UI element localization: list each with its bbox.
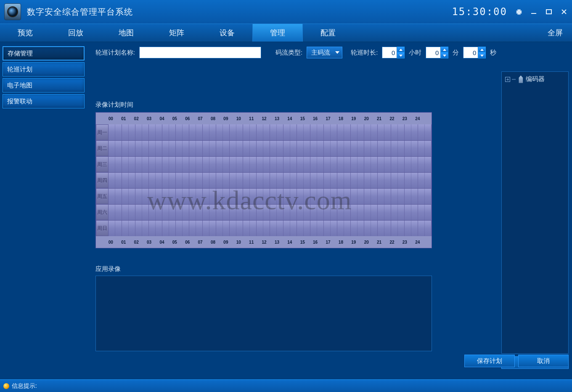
schedule-cell[interactable]: [364, 189, 378, 204]
schedule-cell[interactable]: [351, 189, 364, 204]
hours-input[interactable]: [382, 47, 397, 58]
seconds-spinner[interactable]: [463, 47, 486, 58]
schedule-cell[interactable]: [122, 221, 135, 236]
cancel-button[interactable]: 取消: [518, 355, 569, 367]
schedule-cell[interactable]: [310, 221, 324, 236]
schedule-cell[interactable]: [149, 221, 162, 236]
schedule-cell[interactable]: [135, 205, 149, 220]
close-button[interactable]: [560, 8, 568, 16]
schedule-cell[interactable]: [216, 173, 230, 188]
stream-type-dropdown[interactable]: 主码流: [307, 47, 342, 58]
schedule-cell[interactable]: [162, 189, 176, 204]
maximize-button[interactable]: [545, 8, 553, 16]
schedule-cell[interactable]: [257, 141, 270, 156]
schedule-row[interactable]: [109, 188, 432, 204]
minutes-down[interactable]: [441, 53, 448, 58]
schedule-cell[interactable]: [283, 205, 297, 220]
schedule-cell[interactable]: [324, 141, 337, 156]
schedule-cell[interactable]: [310, 173, 324, 188]
minimize-button[interactable]: [530, 8, 538, 16]
hours-spinner[interactable]: [382, 47, 405, 58]
sidebar-item-alarm[interactable]: 报警联动: [3, 94, 85, 108]
time-grid[interactable]: [109, 124, 432, 236]
schedule-cell[interactable]: [391, 141, 405, 156]
schedule-cell[interactable]: [351, 205, 364, 220]
schedule-cell[interactable]: [283, 173, 297, 188]
schedule-cell[interactable]: [310, 141, 324, 156]
schedule-cell[interactable]: [405, 189, 418, 204]
schedule-cell[interactable]: [243, 124, 257, 140]
schedule-cell[interactable]: [203, 221, 216, 236]
schedule-cell[interactable]: [364, 221, 378, 236]
schedule-cell[interactable]: [230, 141, 243, 156]
schedule-cell[interactable]: [230, 124, 243, 140]
schedule-cell[interactable]: [189, 173, 203, 188]
schedule-cell[interactable]: [135, 173, 149, 188]
schedule-cell[interactable]: [418, 141, 432, 156]
schedule-cell[interactable]: [270, 221, 283, 236]
schedule-cell[interactable]: [364, 141, 378, 156]
schedule-cell[interactable]: [337, 221, 351, 236]
schedule-cell[interactable]: [122, 124, 135, 140]
schedule-cell[interactable]: [405, 205, 418, 220]
schedule-cell[interactable]: [351, 141, 364, 156]
schedule-cell[interactable]: [149, 173, 162, 188]
schedule-cell[interactable]: [283, 124, 297, 140]
schedule-cell[interactable]: [203, 124, 216, 140]
schedule-cell[interactable]: [162, 157, 176, 172]
nav-config[interactable]: 配置: [303, 24, 353, 42]
schedule-cell[interactable]: [189, 205, 203, 220]
schedule-cell[interactable]: [283, 221, 297, 236]
schedule-cell[interactable]: [270, 124, 283, 140]
schedule-cell[interactable]: [310, 189, 324, 204]
schedule-cell[interactable]: [391, 173, 405, 188]
schedule-cell[interactable]: [418, 157, 432, 172]
schedule-row[interactable]: [109, 204, 432, 220]
schedule-cell[interactable]: [203, 157, 216, 172]
schedule-cell[interactable]: [176, 141, 189, 156]
schedule-cell[interactable]: [189, 141, 203, 156]
schedule-cell[interactable]: [216, 157, 230, 172]
schedule-cell[interactable]: [230, 189, 243, 204]
minutes-spinner[interactable]: [426, 47, 448, 58]
schedule-cell[interactable]: [297, 173, 310, 188]
nav-preview[interactable]: 预览: [0, 24, 50, 42]
schedule-cell[interactable]: [189, 157, 203, 172]
nav-matrix[interactable]: 矩阵: [151, 24, 202, 42]
schedule-cell[interactable]: [405, 124, 418, 140]
schedule-cell[interactable]: [324, 221, 337, 236]
schedule-cell[interactable]: [405, 173, 418, 188]
schedule-cell[interactable]: [337, 124, 351, 140]
schedule-cell[interactable]: [122, 189, 135, 204]
schedule-cell[interactable]: [364, 205, 378, 220]
schedule-cell[interactable]: [109, 189, 122, 204]
schedule-cell[interactable]: [351, 157, 364, 172]
schedule-cell[interactable]: [337, 205, 351, 220]
schedule-cell[interactable]: [162, 173, 176, 188]
hours-up[interactable]: [397, 47, 405, 53]
schedule-cell[interactable]: [405, 157, 418, 172]
schedule-cell[interactable]: [378, 173, 391, 188]
seconds-down[interactable]: [478, 53, 486, 58]
schedule-cell[interactable]: [162, 124, 176, 140]
schedule-cell[interactable]: [418, 205, 432, 220]
schedule-cell[interactable]: [176, 221, 189, 236]
nav-playback[interactable]: 回放: [50, 24, 101, 42]
schedule-cell[interactable]: [230, 157, 243, 172]
schedule-cell[interactable]: [270, 173, 283, 188]
schedule-cell[interactable]: [149, 124, 162, 140]
schedule-cell[interactable]: [283, 189, 297, 204]
schedule-row[interactable]: [109, 220, 432, 236]
settings-icon[interactable]: [515, 8, 522, 16]
schedule-cell[interactable]: [391, 124, 405, 140]
schedule-cell[interactable]: [257, 189, 270, 204]
schedule-cell[interactable]: [135, 141, 149, 156]
schedule-cell[interactable]: [270, 189, 283, 204]
schedule-cell[interactable]: [122, 141, 135, 156]
schedule-cell[interactable]: [243, 221, 257, 236]
save-plan-button[interactable]: 保存计划: [464, 355, 515, 367]
schedule-cell[interactable]: [418, 189, 432, 204]
schedule-cell[interactable]: [337, 157, 351, 172]
schedule-row[interactable]: [109, 124, 432, 140]
schedule-cell[interactable]: [337, 189, 351, 204]
